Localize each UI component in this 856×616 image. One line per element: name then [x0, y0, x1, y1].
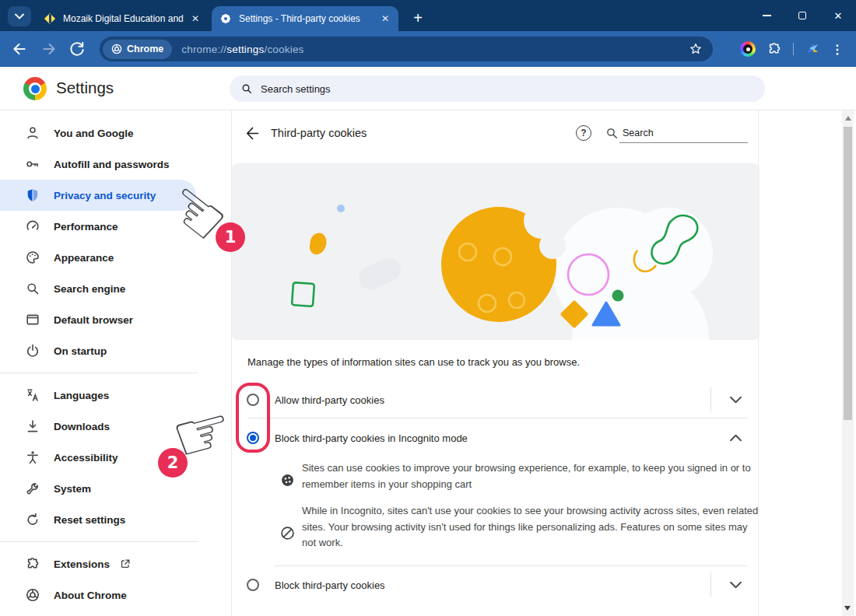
sidebar-label: System: [54, 483, 91, 495]
browser-tab-settings[interactable]: Settings - Third-party cookies ✕: [212, 6, 398, 31]
bookmark-star-icon[interactable]: [689, 42, 703, 56]
chevron-down-icon: [15, 13, 24, 19]
browser-toolbar: Chrome chrome://settings/cookies ⋮: [0, 31, 856, 67]
step-1-badge: 1: [216, 222, 245, 252]
external-link-icon: [118, 558, 133, 570]
minimize-icon: [763, 15, 771, 16]
power-icon: [25, 343, 40, 359]
person-icon: [25, 125, 40, 141]
sidebar-label: Default browser: [54, 314, 133, 326]
chevron-down-icon[interactable]: [730, 396, 742, 403]
theme-extension-icon[interactable]: [740, 41, 756, 57]
page-search-input[interactable]: Search: [623, 128, 654, 138]
key-icon: [25, 156, 40, 172]
chrome-logo-icon: [111, 44, 122, 54]
maximize-icon: [798, 12, 806, 19]
palette-icon: [25, 250, 40, 265]
sidebar-label: Autofill and passwords: [54, 159, 170, 170]
tab-title: Mozaik Digital Education and Le: [63, 13, 186, 24]
chevron-up-icon[interactable]: [730, 435, 742, 442]
window-titlebar: Mozaik Digital Education and Le ✕ Settin…: [0, 0, 856, 31]
option-allow-third-party-cookies[interactable]: Allow third-party cookies: [232, 381, 760, 418]
back-icon[interactable]: [11, 40, 28, 58]
sidebar-label: Privacy and security: [54, 190, 156, 201]
extensions-puzzle-icon[interactable]: [767, 41, 782, 57]
third-party-cookies-panel: Third-party cookies ? Search: [231, 110, 759, 616]
sidebar-label: Languages: [54, 390, 109, 401]
sidebar-item-you-and-google[interactable]: You and Google: [0, 117, 231, 149]
detail-text-incognito-blocking: While in Incognito, sites can't use your…: [302, 503, 760, 551]
scroll-down-icon[interactable]: [844, 606, 851, 611]
row-divider: [710, 387, 711, 411]
sidebar-item-about-chrome[interactable]: About Chrome: [0, 579, 231, 611]
scroll-up-icon[interactable]: [845, 116, 851, 121]
back-arrow-icon[interactable]: [246, 127, 259, 140]
detail-text-cookies-benefit: Sites can use cookies to improve your br…: [302, 460, 756, 492]
accessibility-icon: [25, 450, 40, 465]
cookie-illustration: [232, 163, 760, 340]
sidebar-label: Search engine: [54, 283, 125, 295]
gear-icon: [219, 12, 232, 25]
puzzle-icon: [25, 556, 40, 572]
scrollbar-thumb[interactable]: [844, 127, 852, 420]
sidebar-item-search-engine[interactable]: Search engine: [0, 273, 231, 304]
close-button[interactable]: ✕: [820, 0, 856, 31]
reset-icon: [25, 512, 40, 527]
radio-unselected[interactable]: [247, 579, 259, 591]
browser-window-icon: [25, 312, 40, 327]
option-label: Allow third-party cookies: [275, 394, 384, 405]
page-scrollbar[interactable]: [842, 110, 854, 616]
sidebar-item-extensions[interactable]: Extensions: [0, 548, 231, 579]
chevron-down-icon[interactable]: [730, 581, 742, 588]
help-icon[interactable]: ?: [576, 125, 591, 141]
chrome-logo-icon: [23, 77, 47, 100]
sidebar-label: Accessibility: [54, 452, 118, 464]
menu-kebab-icon[interactable]: ⋮: [831, 42, 844, 57]
toolbar-right-cluster: ⋮: [740, 31, 856, 67]
search-icon: [606, 128, 618, 139]
close-tab-icon[interactable]: ✕: [191, 13, 199, 24]
settings-search-input[interactable]: Search settings: [230, 75, 765, 102]
sidebar-item-on-startup[interactable]: On startup: [0, 335, 231, 366]
reload-icon[interactable]: [68, 40, 86, 58]
option-block-third-party-cookies[interactable]: Block third-party cookies: [232, 566, 760, 603]
tab-title: Settings - Third-party cookies: [239, 13, 360, 24]
forward-icon[interactable]: [40, 40, 58, 58]
sidebar-divider: [0, 373, 198, 373]
sidebar-item-reset-settings[interactable]: Reset settings: [0, 504, 231, 535]
tab-search-button[interactable]: [8, 6, 31, 26]
window-controls: ✕: [749, 0, 856, 31]
wrench-icon: [25, 481, 40, 496]
sidebar-item-system[interactable]: System: [0, 473, 231, 504]
search-icon: [25, 281, 40, 296]
speedometer-icon: [25, 219, 40, 234]
close-tab-icon[interactable]: ✕: [381, 13, 389, 24]
sidebar-label: About Chrome: [54, 590, 127, 601]
browser-tab-mozaik[interactable]: Mozaik Digital Education and Le ✕: [36, 6, 209, 31]
option-block-third-party-incognito[interactable]: Block third-party cookies in Incognito m…: [232, 418, 760, 457]
chrome-logo-icon: [25, 587, 40, 603]
page-description: Manage the types of information sites ca…: [247, 356, 580, 368]
sidebar-label: Downloads: [54, 421, 110, 432]
sidebar-label: You and Google: [54, 128, 134, 139]
new-tab-button[interactable]: +: [406, 6, 430, 30]
toolbar-divider: [793, 43, 794, 55]
mozaik-favicon-icon: [44, 12, 56, 25]
page-title: Third-party cookies: [271, 127, 367, 139]
sidebar-item-default-browser[interactable]: Default browser: [0, 304, 231, 335]
maximize-button[interactable]: [784, 0, 820, 31]
cookie-icon: [280, 473, 295, 488]
sidebar-divider: [0, 541, 198, 542]
profile-avatar-icon[interactable]: [805, 42, 820, 56]
option-label: Block third-party cookies in Incognito m…: [275, 432, 468, 444]
row-divider: [710, 572, 711, 597]
sidebar-label: Performance: [54, 221, 118, 233]
settings-header: Settings Search settings: [0, 67, 856, 110]
close-icon: ✕: [834, 10, 843, 22]
address-bar[interactable]: Chrome chrome://settings/cookies: [100, 37, 713, 61]
page-search-underline: [619, 142, 748, 143]
chrome-url-chip[interactable]: Chrome: [103, 40, 172, 59]
step2-highlight-rectangle: [236, 383, 270, 453]
shield-icon: [25, 187, 40, 203]
minimize-button[interactable]: [749, 0, 784, 31]
